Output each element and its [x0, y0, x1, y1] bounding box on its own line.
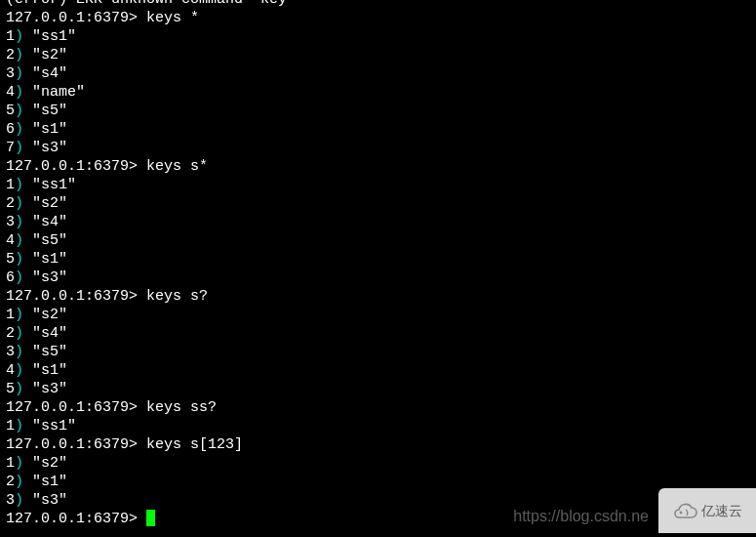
result-row: 1) "s2" — [6, 454, 750, 473]
command-line: 127.0.0.1:6379> keys * — [6, 9, 750, 27]
paren-icon: ) — [15, 251, 23, 268]
command-line: 127.0.0.1:6379> keys s? — [6, 287, 750, 306]
command-text: keys s? — [146, 288, 208, 305]
paren-icon: ) — [15, 177, 23, 193]
row-value: "s2" — [32, 47, 67, 63]
row-value: "s5" — [32, 103, 67, 119]
row-index: 1 — [6, 177, 15, 193]
row-value: "s1" — [32, 251, 67, 268]
prompt-text: 127.0.0.1:6379> — [6, 436, 146, 453]
cloud-icon — [672, 502, 697, 519]
row-index: 5 — [6, 103, 15, 119]
paren-icon: ) — [15, 381, 23, 397]
row-index: 6 — [6, 269, 15, 286]
paren-icon: ) — [15, 232, 23, 249]
command-text: keys s* — [146, 158, 208, 175]
row-value: "s5" — [32, 232, 67, 249]
prompt-text: 127.0.0.1:6379> — [6, 158, 146, 175]
result-row: 5) "s5" — [6, 102, 750, 120]
row-value: "s3" — [32, 492, 67, 509]
prompt-text: 127.0.0.1:6379> — [6, 511, 146, 527]
row-value: "s3" — [32, 269, 67, 286]
row-index: 2 — [6, 325, 15, 342]
result-row: 1) "ss1" — [6, 417, 750, 435]
row-index: 4 — [6, 362, 15, 379]
result-row: 2) "s1" — [6, 473, 750, 491]
row-value: "s1" — [32, 474, 67, 490]
row-index: 4 — [6, 232, 15, 249]
row-index: 3 — [6, 344, 15, 360]
row-index: 1 — [6, 455, 15, 472]
paren-icon: ) — [15, 362, 23, 379]
row-value: "s2" — [32, 307, 67, 323]
paren-icon: ) — [15, 84, 23, 101]
paren-icon: ) — [15, 325, 23, 342]
result-row: 6) "s1" — [6, 120, 750, 139]
result-row: 2) "s2" — [6, 46, 750, 64]
row-index: 1 — [6, 307, 15, 323]
row-index: 6 — [6, 121, 15, 138]
row-value: "s5" — [32, 344, 67, 360]
paren-icon: ) — [15, 344, 23, 360]
row-index: 1 — [6, 28, 15, 45]
result-row: 3) "s5" — [6, 343, 750, 361]
row-index: 4 — [6, 84, 15, 101]
badge-label: 亿速云 — [701, 502, 742, 520]
row-value: "s3" — [32, 381, 67, 397]
row-index: 1 — [6, 418, 15, 434]
row-index: 3 — [6, 492, 15, 509]
result-row: 2) "s4" — [6, 324, 750, 343]
prompt-text: 127.0.0.1:6379> — [6, 399, 146, 416]
paren-icon: ) — [15, 47, 23, 63]
result-row: 4) "s5" — [6, 231, 750, 250]
paren-icon: ) — [15, 214, 23, 230]
result-row: 4) "s1" — [6, 361, 750, 380]
row-index: 7 — [6, 140, 15, 156]
result-row: 3) "s4" — [6, 213, 750, 231]
result-row: 1) "s2" — [6, 306, 750, 324]
paren-icon: ) — [15, 28, 23, 45]
svg-point-0 — [680, 512, 683, 515]
row-value: "s4" — [32, 325, 67, 342]
row-index: 3 — [6, 214, 15, 230]
result-row: 3) "s4" — [6, 64, 750, 83]
result-row: 6) "s3" — [6, 268, 750, 287]
result-row: 4) "name" — [6, 83, 750, 102]
error-line: (error) ERR unknown command 'key' — [6, 0, 750, 9]
brand-badge: 亿速云 — [658, 488, 756, 533]
command-line: 127.0.0.1:6379> keys s* — [6, 157, 750, 176]
prompt-text: 127.0.0.1:6379> — [6, 288, 146, 305]
paren-icon: ) — [15, 65, 23, 82]
terminal-output: (error) ERR unknown command 'key' 127.0.… — [0, 0, 756, 528]
row-index: 2 — [6, 195, 15, 212]
cursor-icon — [146, 510, 155, 526]
row-value: "ss1" — [32, 418, 76, 434]
command-line: 127.0.0.1:6379> keys s[123] — [6, 435, 750, 454]
result-row: 7) "s3" — [6, 139, 750, 157]
row-value: "ss1" — [32, 28, 76, 45]
paren-icon: ) — [15, 140, 23, 156]
paren-icon: ) — [15, 121, 23, 138]
row-index: 2 — [6, 474, 15, 490]
paren-icon: ) — [15, 269, 23, 286]
command-line: 127.0.0.1:6379> keys ss? — [6, 398, 750, 417]
watermark-text: https://blog.csdn.ne — [513, 507, 649, 525]
paren-icon: ) — [15, 307, 23, 323]
paren-icon: ) — [15, 474, 23, 490]
row-index: 2 — [6, 47, 15, 63]
paren-icon: ) — [15, 195, 23, 212]
row-value: "s1" — [32, 121, 67, 138]
result-row: 1) "ss1" — [6, 27, 750, 46]
row-value: "name" — [32, 84, 85, 101]
row-index: 5 — [6, 251, 15, 268]
row-index: 3 — [6, 65, 15, 82]
row-value: "ss1" — [32, 177, 76, 193]
command-text: keys ss? — [146, 399, 217, 416]
result-row: 5) "s3" — [6, 380, 750, 398]
row-value: "s4" — [32, 65, 67, 82]
row-value: "s2" — [32, 195, 67, 212]
row-value: "s2" — [32, 455, 67, 472]
row-value: "s1" — [32, 362, 67, 379]
paren-icon: ) — [15, 455, 23, 472]
command-text: keys * — [146, 10, 199, 26]
